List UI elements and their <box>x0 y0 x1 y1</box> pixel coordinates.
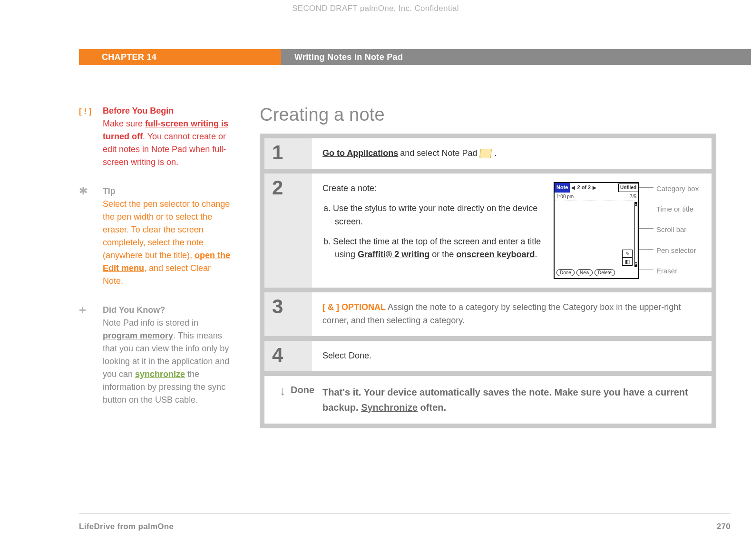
before-you-begin-block: [ ! ] Before You Begin Make sure full-sc… <box>79 105 234 169</box>
step2-item-a: a. Use the stylus to write your note dir… <box>322 202 543 229</box>
done-arrow-icon: ↓ <box>280 385 286 397</box>
pen-selector-icon: ✎ <box>623 250 632 258</box>
device-prev-arrow-icon: ◀ <box>571 184 575 192</box>
device-note-label: Note <box>555 183 570 193</box>
callout-eraser: Eraser <box>646 265 701 276</box>
step2-lead: Create a note: <box>322 182 543 195</box>
header-pad <box>0 49 79 65</box>
footer-product: LifeDrive from palmOne <box>79 522 174 531</box>
step2-b-mid: or the <box>429 250 456 259</box>
device-delete-button: Delete <box>595 269 615 276</box>
device-callouts: Category box Time or title Scroll bar Pe… <box>646 182 701 279</box>
chapter-header: CHAPTER 14 Writing Notes in Note Pad <box>0 49 751 65</box>
step-3: 3 [ & ] OPTIONAL Assign the note to a ca… <box>264 292 712 336</box>
tip-block: ✱ Tip Select the pen selector to change … <box>79 185 234 288</box>
link-program-memory[interactable]: program memory <box>103 331 173 340</box>
page-footer: LifeDrive from palmOne 270 <box>79 522 731 531</box>
footer-page-number: 270 <box>717 522 731 531</box>
step-4: 4 Select Done. <box>264 341 712 371</box>
done-label: Done <box>291 385 314 396</box>
step-number: 2 <box>264 174 312 288</box>
done-t2: often. <box>418 402 446 413</box>
device-counter: 2 of 2 <box>576 183 592 192</box>
callout-time-title: Time or title <box>646 203 701 214</box>
callout-category-box: Category box <box>646 183 701 194</box>
done-row: ↓ Done That's it. Your device automatica… <box>264 376 712 424</box>
main-content: Creating a note 1 Go to Applications and… <box>260 105 731 428</box>
step-number: 1 <box>264 138 312 169</box>
did-you-know-block: + Did You Know? Note Pad info is stored … <box>79 304 234 406</box>
sidebar: [ ! ] Before You Begin Make sure full-sc… <box>79 105 260 428</box>
chapter-title: Writing Notes in Note Pad <box>281 49 751 65</box>
device-category-box: Unfiled <box>618 183 638 192</box>
link-go-to-applications[interactable]: Go to Applications <box>322 147 398 160</box>
star-icon: ✱ <box>79 185 103 288</box>
device-tool-palette: ✎ ◧ <box>622 250 633 266</box>
step1-text-a: and select Note Pad <box>400 147 477 160</box>
byb-text-pre: Make sure <box>103 119 145 128</box>
tip-title: Tip <box>103 186 116 196</box>
notepad-app-icon <box>479 149 492 158</box>
steps-container: 1 Go to Applications and select Note Pad… <box>260 134 716 428</box>
before-you-begin-title: Before You Begin <box>103 106 174 116</box>
callout-pen-selector: Pen selector <box>646 245 701 256</box>
link-onscreen-keyboard[interactable]: onscreen keyboard <box>456 250 535 259</box>
device-date: 7/5 <box>630 193 636 201</box>
device-scrollbar: ▴ ▾ <box>634 202 637 267</box>
scroll-up-icon: ▴ <box>635 203 637 206</box>
section-title: Creating a note <box>260 105 731 125</box>
dyk-title: Did You Know? <box>103 305 165 315</box>
device-canvas: ▴ ▾ ✎ ◧ <box>555 201 638 268</box>
device-screenshot: Note ◀ 2 of 2 ▶ Unfiled <box>554 182 639 279</box>
confidential-watermark: SECOND DRAFT palmOne, Inc. Confidential <box>0 4 751 13</box>
device-done-button: Done <box>556 269 575 276</box>
step-2: 2 Create a note: a. Use the stylus to wr… <box>264 174 712 288</box>
chapter-label: CHAPTER 14 <box>79 49 281 65</box>
optional-tag: [ & ] OPTIONAL <box>322 302 386 312</box>
device-new-button: New <box>576 269 593 276</box>
link-synchronize-main[interactable]: Synchronize <box>361 402 418 413</box>
footer-rule <box>79 513 731 513</box>
step4-text: Select Done. <box>312 341 712 371</box>
step1-text-b: . <box>494 147 497 160</box>
device-next-arrow-icon: ▶ <box>593 184 596 192</box>
step-number: 4 <box>264 341 312 371</box>
scroll-down-icon: ▾ <box>635 262 637 266</box>
device-time: 1:00 pm <box>556 193 574 201</box>
alert-icon: [ ! ] <box>79 105 103 169</box>
link-graffiti2-writing[interactable]: Graffiti® 2 writing <box>358 250 429 259</box>
callout-scroll-bar: Scroll bar <box>646 224 701 235</box>
dyk-t1: Note Pad info is stored in <box>103 318 198 328</box>
step-number: 3 <box>264 292 312 336</box>
step2-b-end: . <box>535 250 537 259</box>
link-synchronize-sidebar[interactable]: synchronize <box>135 369 185 379</box>
plus-icon: + <box>79 304 103 406</box>
eraser-icon: ◧ <box>623 258 632 265</box>
step-1: 1 Go to Applications and select Note Pad… <box>264 138 712 169</box>
